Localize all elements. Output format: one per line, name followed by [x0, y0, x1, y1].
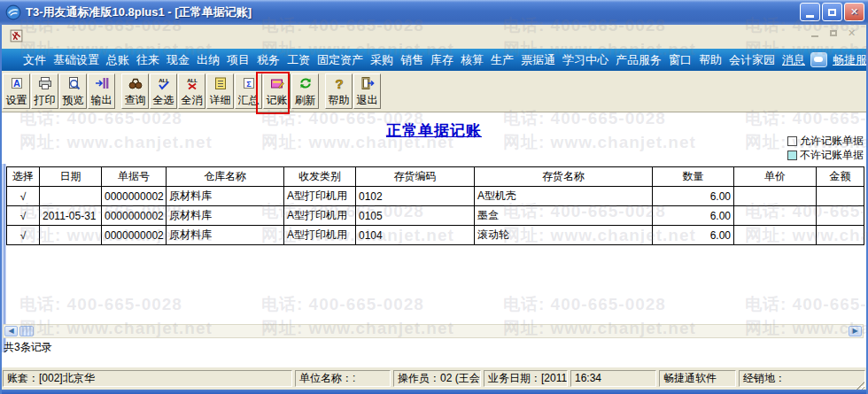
- table-cell[interactable]: 2011-05-31: [40, 206, 102, 226]
- table-cell[interactable]: A型打印机用: [284, 226, 356, 245]
- table-row[interactable]: √2011-05-310000000002原材料库A型打印机用0105墨盒6.0…: [7, 206, 864, 226]
- menu-chanjet-service-link[interactable]: 畅捷服务: [833, 52, 868, 68]
- table-cell[interactable]: [817, 226, 864, 245]
- menu-item-5[interactable]: 现金: [167, 52, 190, 68]
- toolbar-button-settings[interactable]: A设置: [3, 73, 30, 109]
- table-cell[interactable]: 6.00: [653, 206, 734, 226]
- menu-item-21[interactable]: 会计家园: [729, 52, 775, 68]
- table-cell[interactable]: [734, 187, 817, 206]
- menu-item-19[interactable]: 窗口: [669, 52, 692, 68]
- toolbar-button-refresh[interactable]: 刷新: [291, 73, 319, 109]
- app-logo-icon: [5, 4, 21, 20]
- menu-item-18[interactable]: 产品服务: [616, 52, 662, 68]
- menu-item-17[interactable]: 学习中心: [562, 52, 608, 68]
- horizontal-scrollbar[interactable]: ◀ ▶: [3, 324, 864, 338]
- row-select-cell[interactable]: √: [7, 187, 40, 206]
- column-header: 仓库名称: [167, 167, 284, 187]
- table-cell[interactable]: 墨盒: [475, 206, 653, 226]
- filter-checkboxes: 允许记账单据 不许记账单据: [787, 134, 864, 162]
- table-cell[interactable]: 0000000002: [102, 226, 167, 245]
- toolbar-button-clear-all[interactable]: ALL全消: [178, 73, 205, 109]
- menu-item-1[interactable]: 文件: [23, 52, 46, 68]
- page-title: 正常单据记账: [0, 120, 868, 141]
- toolbar-button-preview[interactable]: 预览: [59, 73, 87, 109]
- row-select-cell[interactable]: √: [7, 226, 40, 245]
- table-cell[interactable]: 0000000002: [102, 187, 167, 206]
- table-cell[interactable]: [734, 206, 817, 226]
- table-cell[interactable]: [40, 187, 102, 206]
- toolbar-button-select-all[interactable]: ALL全选: [150, 73, 177, 109]
- scroll-right-arrow-icon[interactable]: ▶: [849, 326, 862, 336]
- post-icon: [270, 76, 284, 94]
- status-bar: 账套：[002]北京华单位名称：:操作员：02 (王会计业务日期：[2011-1…: [0, 367, 868, 390]
- table-cell[interactable]: A型机壳: [475, 187, 653, 206]
- menu-item-16[interactable]: 票据通: [521, 52, 555, 68]
- table-cell[interactable]: 0102: [356, 187, 475, 206]
- menu-item-13[interactable]: 库存: [430, 52, 453, 68]
- deny-post-checkbox[interactable]: [787, 151, 797, 160]
- table-cell[interactable]: [817, 187, 864, 206]
- table-cell[interactable]: [817, 206, 864, 226]
- title-bar: T3-用友通标准版10.8plus1 - [正常单据记账] ✕: [0, 0, 868, 25]
- table-cell[interactable]: 6.00: [653, 226, 734, 245]
- toolbar-button-summary[interactable]: Σ汇总: [235, 73, 262, 109]
- query-icon: [128, 76, 143, 94]
- maximize-button[interactable]: [822, 3, 842, 21]
- toolbar-button-post[interactable]: 记账: [263, 73, 291, 109]
- menu-item-8[interactable]: 税务: [257, 52, 280, 68]
- child-restore-icon[interactable]: [827, 27, 839, 38]
- menu-item-10[interactable]: 固定资产: [317, 52, 363, 68]
- menu-item-9[interactable]: 工资: [287, 52, 310, 68]
- toolbar-button-detail[interactable]: 详细: [206, 73, 234, 109]
- refresh-icon: [298, 76, 313, 94]
- table-cell[interactable]: 滚动轮: [475, 226, 653, 245]
- deny-post-label: 不许记账单据: [800, 148, 864, 163]
- column-header: 单价: [734, 167, 817, 187]
- allow-post-label: 允许记账单据: [800, 134, 864, 149]
- menu-item-12[interactable]: 销售: [400, 52, 423, 68]
- menu-item-2[interactable]: 基础设置: [53, 52, 99, 68]
- toolbar-button-exit[interactable]: 退出: [353, 73, 381, 109]
- child-close-icon[interactable]: ✕: [846, 27, 857, 38]
- chat-bubble-icon[interactable]: [810, 52, 827, 67]
- table-cell[interactable]: 0105: [356, 206, 475, 226]
- toolbar-button-help[interactable]: ?帮助: [325, 73, 353, 109]
- table-cell[interactable]: 原材料库: [167, 206, 284, 226]
- close-button[interactable]: ✕: [844, 3, 864, 21]
- table-cell[interactable]: 原材料库: [167, 226, 284, 245]
- minimize-button[interactable]: [800, 3, 820, 21]
- table-cell[interactable]: 0104: [356, 226, 475, 245]
- table-cell[interactable]: A型打印机用: [284, 206, 356, 226]
- menu-item-4[interactable]: 往来: [136, 52, 159, 68]
- table-row[interactable]: √0000000002原材料库A型打印机用0104滚动轮6.00: [7, 226, 864, 245]
- table-cell[interactable]: 原材料库: [167, 187, 284, 206]
- toolbar-button-output[interactable]: 输出: [88, 73, 115, 109]
- menu-item-6[interactable]: 出纳: [197, 52, 220, 68]
- menu-item-15[interactable]: 生产: [491, 52, 514, 68]
- toolbar-button-print[interactable]: 打印: [31, 73, 58, 109]
- column-header: 收发类别: [284, 167, 356, 187]
- column-header: 金额: [817, 167, 864, 187]
- scrollbar-track[interactable]: [34, 325, 849, 337]
- child-minimize-icon[interactable]: [809, 27, 820, 38]
- table-cell[interactable]: [40, 226, 102, 245]
- toolbar-button-query[interactable]: 查询: [121, 73, 149, 109]
- table-row[interactable]: √0000000002原材料库A型打印机用0102A型机壳6.00: [7, 187, 864, 206]
- document-window-icon[interactable]: [9, 28, 24, 43]
- toolbar-button-label: 详细: [210, 94, 231, 107]
- scroll-left-arrow-icon[interactable]: ◀: [4, 326, 18, 336]
- menu-message-link[interactable]: 消息: [782, 52, 805, 68]
- menu-item-20[interactable]: 帮助: [699, 52, 722, 68]
- scrollbar-thumb[interactable]: [19, 326, 34, 336]
- menu-item-14[interactable]: 核算: [461, 52, 484, 68]
- row-select-cell[interactable]: √: [7, 206, 40, 226]
- table-cell[interactable]: 6.00: [653, 187, 734, 206]
- toolbar-button-label: 退出: [357, 94, 378, 107]
- allow-post-checkbox[interactable]: [787, 136, 797, 146]
- menu-item-3[interactable]: 总账: [106, 52, 129, 68]
- table-cell[interactable]: [734, 226, 817, 245]
- table-cell[interactable]: A型打印机用: [284, 187, 356, 206]
- menu-item-11[interactable]: 采购: [370, 52, 393, 68]
- table-cell[interactable]: 0000000002: [102, 206, 167, 226]
- menu-item-7[interactable]: 项目: [227, 52, 250, 68]
